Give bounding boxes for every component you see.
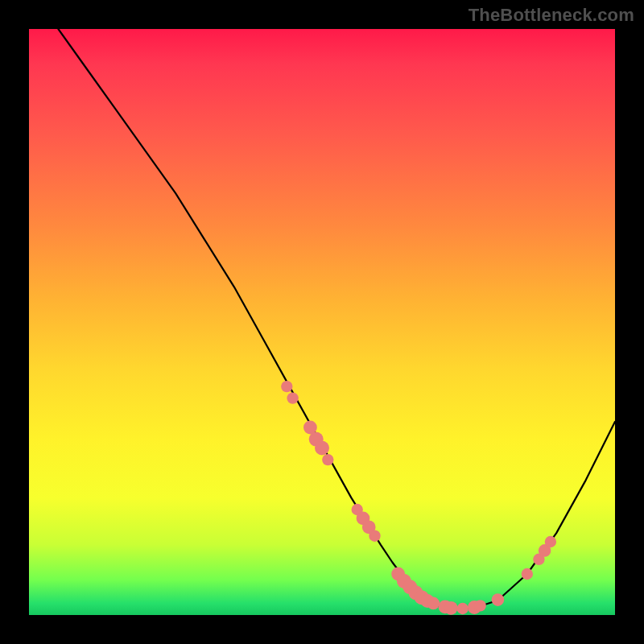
curve-marker bbox=[545, 536, 556, 547]
curve-marker bbox=[444, 601, 458, 615]
curve-marker bbox=[415, 590, 429, 605]
curve-marker bbox=[439, 600, 452, 613]
curve-marker bbox=[457, 603, 469, 614]
chart-frame: TheBottleneck.com bbox=[0, 0, 644, 644]
curve-marker bbox=[474, 600, 485, 611]
curve-marker bbox=[281, 381, 292, 392]
curve-marker bbox=[369, 530, 380, 542]
curve-marker bbox=[287, 392, 298, 403]
curve-marker bbox=[402, 580, 417, 594]
curve-marker bbox=[421, 594, 435, 608]
curve-marker bbox=[409, 585, 423, 600]
curve-marker bbox=[522, 568, 533, 580]
curve-marker bbox=[539, 544, 551, 557]
curve-markers bbox=[281, 381, 556, 615]
curve-marker bbox=[322, 454, 333, 465]
bottleneck-curve bbox=[58, 29, 615, 609]
curve-marker bbox=[427, 597, 440, 610]
curve-marker bbox=[352, 504, 363, 515]
chart-svg bbox=[29, 29, 615, 615]
curve-marker bbox=[315, 441, 329, 456]
plot-area bbox=[29, 29, 615, 615]
curve-marker bbox=[391, 568, 405, 581]
curve-marker bbox=[397, 574, 411, 588]
curve-marker bbox=[309, 432, 324, 447]
curve-marker bbox=[362, 520, 376, 534]
curve-marker bbox=[533, 554, 544, 565]
curve-marker bbox=[303, 421, 317, 435]
curve-marker bbox=[468, 601, 481, 614]
curve-marker bbox=[357, 512, 370, 526]
watermark-text: TheBottleneck.com bbox=[469, 5, 634, 26]
curve-marker bbox=[492, 593, 505, 606]
